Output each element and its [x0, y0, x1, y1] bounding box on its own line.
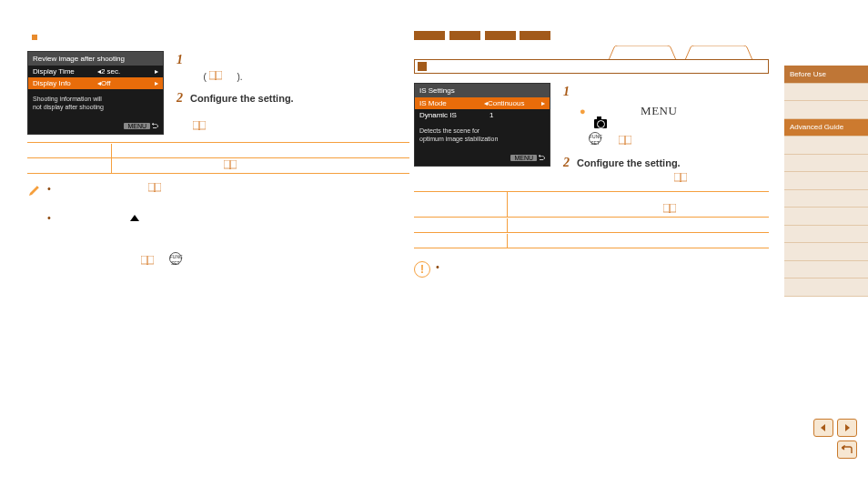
cam-title: Review image after shooting — [28, 52, 163, 66]
sidebar-item-1[interactable]: Before Use — [784, 66, 868, 84]
book-icon[interactable] — [209, 71, 222, 80]
next-page-button[interactable] — [837, 419, 857, 437]
right-page: IS Settings IS Mode ◂ Continuous ▸ Dynam… — [414, 31, 769, 287]
func-set-icon: FUNCSET — [589, 132, 601, 145]
camera-icon — [594, 119, 607, 128]
prev-page-button[interactable] — [813, 419, 833, 437]
mode-tab — [414, 31, 445, 40]
step-num-2: 2 — [177, 89, 183, 107]
sidebar-item-7[interactable]: Other Shooting Modes — [784, 172, 868, 190]
step-title-2: Configure the setting. — [190, 92, 294, 106]
cam-row2-key: Display Info — [33, 79, 97, 87]
note-block: • When [Display Time] ( ) is set to [Off… — [27, 183, 409, 268]
section-tab-playback[interactable] — [680, 46, 758, 60]
sidebar-item-0[interactable]: Cover — [784, 27, 868, 66]
book-icon[interactable] — [224, 160, 237, 169]
left-page: Review image after shooting Display Time… — [27, 31, 409, 268]
sidebar-item-4[interactable]: Advanced Guide — [784, 119, 868, 137]
sidebar-item-2[interactable]: Common Camera Operations — [784, 84, 868, 102]
sidebar-item-3[interactable]: Basic Guide — [784, 101, 868, 119]
pencil-icon — [27, 183, 42, 197]
section-bar — [414, 59, 769, 74]
sidebar-item-9[interactable]: Playback Mode — [784, 208, 868, 226]
sidebar-links: CoverBefore UseCommon Camera OperationsB… — [784, 27, 868, 297]
triangle-up-icon — [130, 215, 139, 221]
camera-menu-is: IS Settings IS Mode ◂ Continuous ▸ Dynam… — [414, 83, 550, 167]
section-tabs — [605, 46, 769, 60]
return-button[interactable] — [837, 440, 857, 459]
step-title-2r: Configure the setting. — [577, 157, 681, 170]
step-num-1: 1 — [177, 51, 183, 69]
sidebar-item-8[interactable]: P Mode — [784, 190, 868, 208]
book-icon[interactable] — [619, 136, 631, 145]
mode-tab — [485, 31, 516, 40]
section-tab-shooting[interactable] — [603, 46, 681, 60]
warning-icon: ! — [414, 261, 430, 278]
sidebar-item-10[interactable]: Setting Menu — [784, 226, 868, 244]
sidebar: CoverBefore UseCommon Camera OperationsB… — [784, 27, 868, 297]
mode-tabs — [414, 31, 769, 42]
sidebar-item-6[interactable]: Auto Mode — [784, 155, 868, 173]
camera-menu-review: Review image after shooting Display Time… — [27, 51, 164, 135]
sidebar-item-13[interactable]: Index — [784, 278, 868, 297]
mode-tab — [520, 31, 550, 40]
book-icon[interactable] — [674, 173, 687, 182]
book-icon[interactable] — [193, 121, 206, 130]
cam-row2-val: Off — [101, 79, 155, 87]
warning-block: ! • If image stabilization cannot preven… — [414, 261, 769, 287]
mode-tab — [449, 31, 480, 40]
page-nav — [813, 419, 857, 459]
book-icon[interactable] — [148, 183, 161, 192]
section-block — [418, 62, 427, 71]
book-icon[interactable] — [663, 204, 676, 213]
book-icon[interactable] — [141, 256, 154, 265]
sidebar-item-11[interactable]: Accessories — [784, 243, 868, 261]
cam-row1-val: 2 sec. — [101, 67, 155, 76]
func-set-icon: FUNCSET — [169, 252, 182, 265]
cam-row1-key: Display Time — [33, 67, 97, 76]
sidebar-item-5[interactable]: Camera Basics — [784, 137, 868, 155]
menu-button-icon: MENU — [641, 104, 677, 117]
sidebar-item-12[interactable]: Appendix — [784, 261, 868, 279]
